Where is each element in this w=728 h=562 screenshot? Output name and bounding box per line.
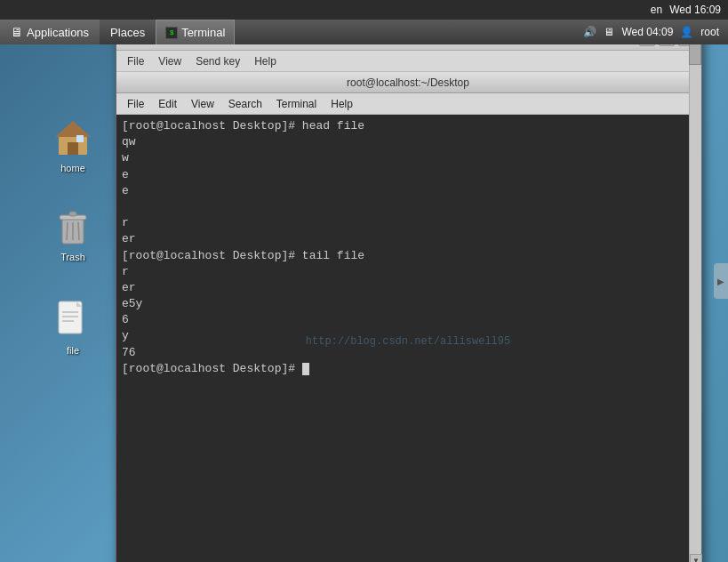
places-label: Places bbox=[110, 26, 145, 39]
trash-icon-label: Trash bbox=[58, 251, 88, 263]
right-arrow-icon: ▶ bbox=[717, 277, 724, 286]
terminal-title: root@localhost:~/Desktop bbox=[347, 76, 469, 89]
trash-desktop-icon[interactable]: Trash bbox=[37, 205, 108, 263]
svg-rect-9 bbox=[69, 212, 76, 216]
svg-line-7 bbox=[78, 222, 79, 240]
virt-menu-sendkey[interactable]: Send key bbox=[188, 51, 247, 72]
system-lang: en bbox=[651, 4, 662, 16]
virt-scrollbar[interactable]: ▲ ▼ bbox=[689, 26, 701, 562]
applications-label: Applications bbox=[27, 26, 89, 39]
desktop: en Wed 16:09 🖥 Applications Places $ Ter… bbox=[0, 0, 728, 562]
terminal-menubar: File Edit View Search Terminal Help bbox=[116, 93, 700, 115]
terminal-taskbar-btn[interactable]: $ Terminal bbox=[156, 20, 235, 44]
home-desktop-icon[interactable]: home bbox=[37, 116, 108, 174]
svg-rect-2 bbox=[68, 142, 78, 155]
svg-marker-1 bbox=[55, 121, 91, 137]
virt-menubar: File View Send key Help bbox=[116, 51, 701, 72]
terminal-titlebar: root@localhost:~/Desktop bbox=[116, 72, 700, 93]
terminal-menu-file[interactable]: File bbox=[120, 93, 151, 115]
trash-icon bbox=[52, 205, 94, 247]
volume-icon[interactable]: 🔊 bbox=[583, 26, 596, 38]
terminal-content: [root@localhost Desktop]# head file qw w… bbox=[122, 118, 694, 377]
taskbar-datetime: Wed 04:09 bbox=[621, 26, 673, 38]
system-bar: en Wed 16:09 bbox=[0, 0, 728, 20]
virt-menu-help[interactable]: Help bbox=[247, 51, 284, 72]
terminal-menu-search[interactable]: Search bbox=[221, 93, 269, 115]
terminal-taskbar-label: Terminal bbox=[181, 26, 225, 39]
file-icon bbox=[52, 298, 94, 341]
file-icon-label: file bbox=[64, 344, 82, 357]
terminal-icon: $ bbox=[165, 27, 178, 39]
taskbar-display-icon: 🖥 bbox=[604, 26, 614, 38]
terminal-window: root@localhost:~/Desktop File Edit View … bbox=[116, 72, 700, 562]
terminal-menu-view[interactable]: View bbox=[184, 93, 221, 115]
taskbar-user[interactable]: root bbox=[700, 26, 719, 38]
virt-viewer-window: desktop (1) – Virt Viewer _ □ ✕ File Vie… bbox=[116, 25, 702, 562]
scrollbar-down-arrow[interactable]: ▼ bbox=[690, 554, 702, 562]
virt-menu-view[interactable]: View bbox=[151, 51, 188, 72]
taskbar-user-icon: 👤 bbox=[680, 26, 693, 38]
taskbar: 🖥 Applications Places $ Terminal 🔊 🖥 Wed… bbox=[0, 20, 728, 44]
terminal-menu-edit[interactable]: Edit bbox=[151, 93, 184, 115]
home-icon bbox=[52, 116, 94, 158]
terminal-cursor bbox=[302, 363, 309, 375]
terminal-menu-help[interactable]: Help bbox=[324, 93, 360, 115]
file-desktop-icon[interactable]: file bbox=[37, 298, 108, 357]
applications-menu[interactable]: 🖥 Applications bbox=[0, 20, 100, 44]
right-edge-indicator[interactable]: ▶ bbox=[714, 263, 728, 299]
applications-icon: 🖥 bbox=[11, 25, 23, 39]
places-menu[interactable]: Places bbox=[100, 20, 156, 44]
virt-menu-file[interactable]: File bbox=[120, 51, 151, 72]
svg-rect-3 bbox=[76, 135, 84, 142]
terminal-menu-terminal[interactable]: Terminal bbox=[269, 93, 324, 115]
svg-line-5 bbox=[67, 222, 68, 240]
home-icon-label: home bbox=[58, 162, 88, 174]
terminal-body[interactable]: [root@localhost Desktop]# head file qw w… bbox=[116, 115, 700, 562]
system-time: Wed 16:09 bbox=[669, 4, 721, 16]
